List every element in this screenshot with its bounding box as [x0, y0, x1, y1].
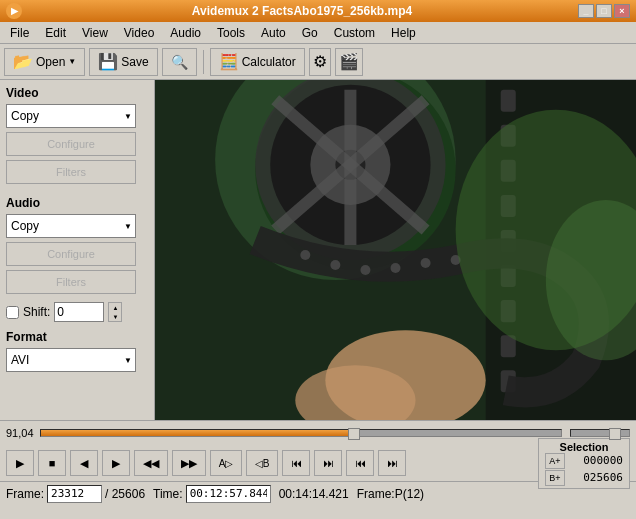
- time-input[interactable]: 00:12:57.844: [186, 485, 271, 503]
- minimize-button[interactable]: _: [578, 4, 594, 18]
- menu-item-audio[interactable]: Audio: [164, 24, 207, 42]
- zoom-icon: 🔍: [171, 54, 188, 70]
- audio-configure-button[interactable]: Configure: [6, 242, 136, 266]
- frame-status: Frame: 23312 / 25606: [6, 485, 145, 503]
- format-wrapper: AVI: [6, 348, 136, 372]
- video-codec-wrapper: Copy: [6, 104, 136, 128]
- calculator-icon: 🧮: [219, 52, 239, 71]
- selection-a-value: 000000: [568, 454, 623, 467]
- svg-point-26: [421, 258, 431, 268]
- selection-a-button[interactable]: A+: [545, 453, 565, 469]
- next-keyframe-button[interactable]: ⏭: [378, 450, 406, 476]
- audio-codec-wrapper: Copy: [6, 214, 136, 238]
- prev-frame-button[interactable]: ◀: [70, 450, 98, 476]
- video-frame: [155, 80, 636, 420]
- fast-forward-button[interactable]: ▶▶: [172, 450, 206, 476]
- settings-icon: ⚙: [313, 52, 327, 71]
- progress-thumb[interactable]: [348, 428, 360, 440]
- frame-input[interactable]: 23312: [47, 485, 102, 503]
- menu-item-video[interactable]: Video: [118, 24, 160, 42]
- video-filters-button[interactable]: Filters: [6, 160, 136, 184]
- frame-type-value: Frame:P(12): [357, 487, 424, 501]
- shift-checkbox[interactable]: [6, 306, 19, 319]
- selection-a-row: A+ 000000: [545, 453, 623, 469]
- menu-item-custom[interactable]: Custom: [328, 24, 381, 42]
- frame-label: Frame:: [6, 487, 44, 501]
- time-position-label: 91,04: [6, 427, 36, 439]
- zoom-slider[interactable]: [570, 429, 630, 437]
- prev-keyframe-button[interactable]: ⏮: [346, 450, 374, 476]
- settings-button[interactable]: ⚙: [309, 48, 331, 76]
- shift-up-button[interactable]: ▲: [109, 303, 121, 312]
- end-time-status: 00:14:14.421: [279, 487, 349, 501]
- mark-b-button[interactable]: ◁B: [246, 450, 278, 476]
- video-display: [155, 80, 636, 420]
- total-frames-label: / 25606: [105, 487, 145, 501]
- audio-section-label: Audio: [6, 196, 148, 210]
- time-label: Time:: [153, 487, 183, 501]
- extra-button[interactable]: 🎬: [335, 48, 363, 76]
- shift-row: Shift: 0 ▲ ▼: [6, 302, 148, 322]
- selection-b-value: 025606: [568, 471, 623, 484]
- svg-point-24: [360, 265, 370, 275]
- maximize-button[interactable]: □: [596, 4, 612, 18]
- progress-fill: [41, 430, 353, 436]
- zoom-button[interactable]: 🔍: [162, 48, 197, 76]
- menu-item-edit[interactable]: Edit: [39, 24, 72, 42]
- selection-b-button[interactable]: B+: [545, 470, 565, 486]
- menu-item-auto[interactable]: Auto: [255, 24, 292, 42]
- bottom-area: 91,04 ▶ ■ ◀ ▶ ◀◀ ▶▶ A▷ ◁B ⏮ ⏭ ⏮ ⏭ Select…: [0, 420, 636, 505]
- transport-bar: ▶ ■ ◀ ▶ ◀◀ ▶▶ A▷ ◁B ⏮ ⏭ ⏮ ⏭ Selection A+…: [0, 445, 636, 481]
- window-title: Avidemux 2 FactsAbo1975_256kb.mp4: [26, 4, 578, 18]
- rewind-button[interactable]: ◀◀: [134, 450, 168, 476]
- audio-codec-select[interactable]: Copy: [6, 214, 136, 238]
- calculator-button[interactable]: 🧮 Calculator: [210, 48, 305, 76]
- progress-track[interactable]: [40, 429, 562, 437]
- stop-button[interactable]: ■: [38, 450, 66, 476]
- menu-item-help[interactable]: Help: [385, 24, 422, 42]
- time-status: Time: 00:12:57.844: [153, 485, 271, 503]
- open-button[interactable]: 📂 Open ▼: [4, 48, 85, 76]
- end-time-value: 00:14:14.421: [279, 487, 349, 501]
- open-dropdown-icon[interactable]: ▼: [68, 57, 76, 66]
- format-section-label: Format: [6, 330, 148, 344]
- format-select[interactable]: AVI: [6, 348, 136, 372]
- open-icon: 📂: [13, 52, 33, 71]
- video-section-label: Video: [6, 86, 148, 100]
- selection-box: Selection A+ 000000 B+ 025606: [538, 438, 630, 489]
- go-begin-button[interactable]: ⏮: [282, 450, 310, 476]
- toolbar: 📂 Open ▼ 💾 Save 🔍 🧮 Calculator ⚙ 🎬: [0, 44, 636, 80]
- left-panel: Video Copy Configure Filters Audio Copy …: [0, 80, 155, 420]
- shift-spinner[interactable]: ▲ ▼: [108, 302, 122, 322]
- menu-item-file[interactable]: File: [4, 24, 35, 42]
- selection-rows: A+ 000000 B+ 025606: [545, 453, 623, 486]
- audio-filters-button[interactable]: Filters: [6, 270, 136, 294]
- save-button[interactable]: 💾 Save: [89, 48, 157, 76]
- go-end-button[interactable]: ⏭: [314, 450, 342, 476]
- video-codec-select[interactable]: Copy: [6, 104, 136, 128]
- shift-input[interactable]: 0: [54, 302, 104, 322]
- app-icon: ▶: [6, 3, 22, 19]
- menu-item-tools[interactable]: Tools: [211, 24, 251, 42]
- video-area: [155, 80, 636, 420]
- play-button[interactable]: ▶: [6, 450, 34, 476]
- next-frame-button[interactable]: ▶: [102, 450, 130, 476]
- shift-down-button[interactable]: ▼: [109, 312, 121, 321]
- selection-b-row: B+ 025606: [545, 470, 623, 486]
- mark-a-button[interactable]: A▷: [210, 450, 242, 476]
- video-configure-button[interactable]: Configure: [6, 132, 136, 156]
- save-icon: 💾: [98, 52, 118, 71]
- close-button[interactable]: ×: [614, 4, 630, 18]
- svg-rect-11: [501, 90, 516, 112]
- svg-point-25: [390, 263, 400, 273]
- extra-icon: 🎬: [339, 52, 359, 71]
- selection-title: Selection: [545, 441, 623, 453]
- svg-point-22: [300, 250, 310, 260]
- menubar: FileEditViewVideoAudioToolsAutoGoCustomH…: [0, 22, 636, 44]
- menu-item-view[interactable]: View: [76, 24, 114, 42]
- shift-label: Shift:: [23, 305, 50, 319]
- toolbar-separator: [203, 50, 204, 74]
- frame-type-status: Frame:P(12): [357, 487, 424, 501]
- menu-item-go[interactable]: Go: [296, 24, 324, 42]
- main-area: Video Copy Configure Filters Audio Copy …: [0, 80, 636, 420]
